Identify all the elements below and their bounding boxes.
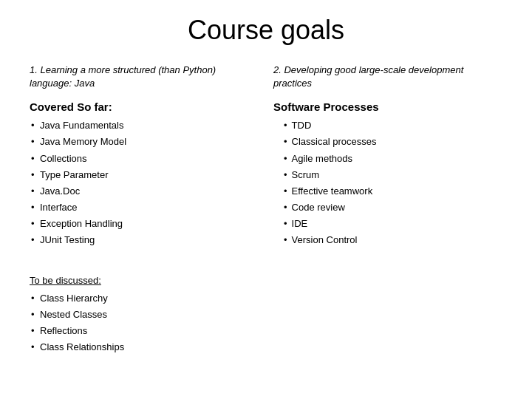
to-discuss-list: Class HierarchyNested ClassesReflections… [30, 290, 502, 355]
software-list: TDDClassical processesAgile methodsScrum… [273, 117, 502, 248]
two-columns: 1. Learning a more structured (than Pyth… [30, 64, 502, 248]
column-right: 2. Developing good large-scale developme… [273, 64, 502, 248]
page: Course goals 1. Learning a more structur… [0, 0, 532, 399]
list-item: JUnit Testing [40, 232, 259, 248]
list-item: Code review [284, 200, 502, 216]
list-item: Java Memory Model [40, 134, 259, 150]
to-be-discussed-section: To be discussed: Class HierarchyNested C… [30, 267, 502, 355]
list-item: Classical processes [284, 134, 502, 150]
list-item: Nested Classes [40, 307, 502, 323]
page-title: Course goals [30, 15, 502, 46]
list-item: Interface [40, 200, 259, 216]
list-item: Java.Doc [40, 183, 259, 200]
left-subtitle: 1. Learning a more structured (than Pyth… [30, 64, 259, 90]
covered-list: Java FundamentalsJava Memory ModelCollec… [30, 117, 259, 248]
list-item: Java Fundamentals [40, 117, 259, 134]
list-item: Type Parameter [40, 167, 259, 183]
covered-header: Covered So far: [30, 100, 259, 113]
to-discuss-header: To be discussed: [30, 275, 502, 286]
list-item: Scrum [284, 167, 502, 183]
list-item: Collections [40, 151, 259, 167]
list-item: Reflections [40, 323, 502, 339]
list-item: TDD [284, 117, 502, 134]
right-subtitle: 2. Developing good large-scale developme… [273, 64, 502, 90]
list-item: Agile methods [284, 151, 502, 167]
list-item: IDE [284, 216, 502, 232]
list-item: Version Control [284, 232, 502, 248]
list-item: Exception Handling [40, 216, 259, 232]
list-item: Effective teamwork [284, 183, 502, 200]
software-header: Software Processes [273, 100, 502, 113]
list-item: Class Relationships [40, 339, 502, 355]
list-item: Class Hierarchy [40, 290, 502, 307]
column-left: 1. Learning a more structured (than Pyth… [30, 64, 259, 248]
